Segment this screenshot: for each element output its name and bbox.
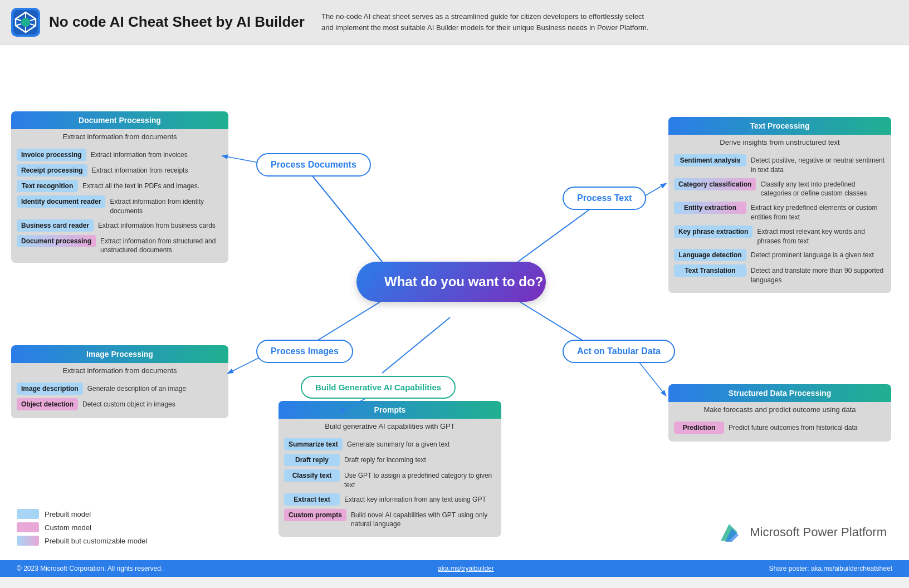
pp-icon [715, 518, 743, 546]
document-processing-box: Document Processing Extract information … [11, 111, 228, 263]
svg-line-12 [310, 301, 382, 345]
summarize-desc: Generate summary for a given text [347, 438, 450, 449]
structured-data-body: Prediction Predict future outcomes from … [668, 417, 891, 442]
text-recognition-desc: Extract all the text in PDFs and images. [82, 180, 199, 191]
legend-item-prebuilt: Prebuilt model [17, 509, 147, 519]
key-phrase-desc: Extract most relevant key words and phra… [757, 226, 886, 246]
build-gen-ai-oval: Build Generative AI Capabilities [301, 376, 456, 399]
process-text-oval: Process Text [563, 187, 646, 210]
prompts-subtitle: Build generative AI capabilities with GP… [278, 419, 501, 434]
invoice-processing-desc: Extract information from invoices [91, 149, 188, 160]
list-item: Object detection Detect custom object in… [17, 398, 223, 410]
svg-line-14 [382, 317, 450, 373]
main-content: What do you want to do? Process Document… [0, 45, 909, 577]
list-item: Text Translation Detect and translate mo… [674, 264, 886, 285]
classify-text-desc: Use GPT to assign a predefined category … [344, 469, 496, 490]
legend-item-custom: Custom model [17, 522, 147, 532]
structured-data-subtitle: Make forecasts and predict outcome using… [668, 402, 891, 417]
list-item: Custom prompts Build novel AI capabiliti… [284, 509, 496, 530]
list-item: Key phrase extraction Extract most relev… [674, 226, 886, 246]
list-item: Identity document reader Extract informa… [17, 195, 223, 216]
legend-item-gradient: Prebuilt but customizable model [17, 536, 147, 546]
power-platform-logo: Microsoft Power Platform [715, 518, 887, 546]
receipt-processing-label: Receipt processing [17, 164, 87, 177]
structured-data-header: Structured Data Processing [668, 384, 891, 402]
list-item: Draft reply Draft reply for incoming tex… [284, 454, 496, 466]
prompts-box: Prompts Build generative AI capabilities… [278, 401, 501, 537]
list-item: Image description Generate description o… [17, 383, 223, 395]
doc-proc-desc: Extract information from structured and … [100, 235, 223, 256]
footer: © 2023 Microsoft Corporation. All rights… [0, 560, 909, 577]
legend-label-custom: Custom model [45, 523, 91, 532]
text-processing-header: Text Processing [668, 117, 891, 135]
img-desc-label: Image description [17, 383, 83, 395]
svg-line-11 [518, 209, 590, 262]
doc-processing-body: Invoice processing Extract information f… [11, 144, 228, 263]
list-item: Document processing Extract information … [17, 235, 223, 256]
custom-prompts-label: Custom prompts [284, 509, 346, 521]
pp-label: Microsoft Power Platform [750, 525, 887, 540]
svg-line-10 [310, 173, 382, 262]
draft-reply-label: Draft reply [284, 454, 340, 466]
list-item: Summarize text Generate summary for a gi… [284, 438, 496, 450]
text-trans-desc: Detect and translate more than 90 suppor… [751, 264, 886, 285]
svg-point-3 [21, 18, 30, 27]
header: No code AI Cheat Sheet by AI Builder The… [0, 0, 909, 45]
prediction-desc: Predict future outcomes from historical … [729, 422, 857, 433]
key-phrase-label: Key phrase extraction [674, 226, 752, 238]
prompts-header: Prompts [278, 401, 501, 419]
text-processing-body: Sentiment analysis Detect positive, nega… [668, 150, 891, 293]
doc-processing-header: Document Processing [11, 111, 228, 129]
text-processing-box: Text Processing Derive insights from uns… [668, 117, 891, 293]
prompts-body: Summarize text Generate summary for a gi… [278, 434, 501, 537]
list-item: Classify text Use GPT to assign a predef… [284, 469, 496, 490]
process-images-oval: Process Images [256, 340, 353, 363]
text-recognition-label: Text recognition [17, 180, 78, 192]
list-item: Business card reader Extract information… [17, 219, 223, 232]
list-item: Language detection Detect prominent lang… [674, 249, 886, 261]
sentiment-label: Sentiment analysis [674, 154, 746, 166]
list-item: Sentiment analysis Detect positive, nega… [674, 154, 886, 175]
entity-label: Entity extraction [674, 202, 746, 214]
list-item: Prediction Predict future outcomes from … [674, 422, 886, 434]
central-hub: What do you want to do? [356, 262, 546, 302]
list-item: Text recognition Extract all the text in… [17, 180, 223, 192]
img-processing-subtitle: Extract information from documents [11, 363, 228, 378]
biz-card-label: Business card reader [17, 219, 94, 232]
custom-prompts-desc: Build novel AI capabilities with GPT usi… [351, 509, 496, 530]
extract-text-desc: Extract key information from any text us… [344, 493, 486, 504]
header-description: The no-code AI cheat sheet serves as a s… [321, 11, 656, 33]
footer-share: Share poster: aka.ms/aibuildercheatsheet [769, 565, 892, 572]
ai-builder-logo [11, 8, 40, 37]
svg-line-13 [518, 301, 590, 345]
list-item: Extract text Extract key information fro… [284, 493, 496, 506]
list-item: Entity extraction Extract key predefined… [674, 202, 886, 222]
act-tabular-oval: Act on Tabular Data [563, 340, 675, 363]
footer-copyright: © 2023 Microsoft Corporation. All rights… [17, 565, 163, 572]
footer-link[interactable]: aka.ms/tryaibuilder [438, 565, 494, 572]
receipt-processing-desc: Extract information from receipts [92, 164, 188, 175]
img-processing-body: Image description Generate description o… [11, 378, 228, 418]
invoice-processing-label: Invoice processing [17, 149, 86, 161]
list-item: Receipt processing Extract information f… [17, 164, 223, 177]
legend-swatch-blue [17, 509, 39, 519]
classify-text-label: Classify text [284, 469, 340, 482]
img-desc-desc: Generate description of an image [87, 383, 186, 394]
identity-doc-label: Identity document reader [17, 195, 105, 208]
structured-data-box: Structured Data Processing Make forecast… [668, 384, 891, 442]
legend-swatch-gradient [17, 536, 39, 546]
text-trans-label: Text Translation [674, 264, 746, 277]
biz-card-desc: Extract information from business cards [98, 219, 216, 231]
obj-detect-desc: Detect custom object in images [82, 398, 175, 409]
list-item: Category classification Classify any tex… [674, 178, 886, 199]
sentiment-desc: Detect positive, negative or neutral sen… [751, 154, 886, 175]
obj-detect-label: Object detection [17, 398, 78, 410]
text-processing-subtitle: Derive insights from unstructured text [668, 135, 891, 150]
summarize-label: Summarize text [284, 438, 343, 450]
prediction-label: Prediction [674, 422, 724, 434]
page-title: No code AI Cheat Sheet by AI Builder [49, 13, 305, 31]
lang-detect-desc: Detect prominent language is a given tex… [751, 249, 874, 260]
legend-label-gradient: Prebuilt but customizable model [45, 537, 147, 545]
identity-doc-desc: Extract information from identity docume… [110, 195, 223, 216]
doc-processing-subtitle: Extract information from documents [11, 129, 228, 144]
